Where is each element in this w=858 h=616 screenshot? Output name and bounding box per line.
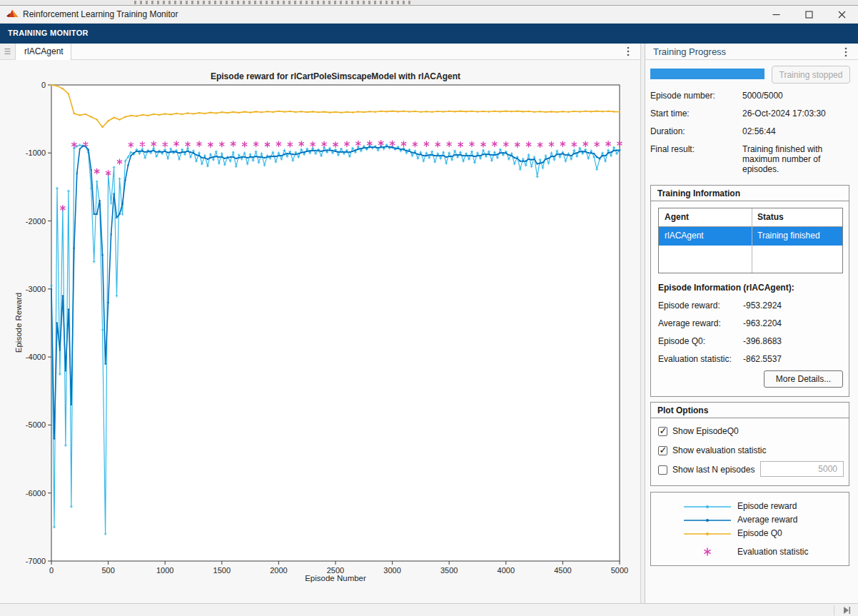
legend-label: Episode Q0: [737, 528, 782, 538]
chart-title: Episode reward for rlCartPoleSimscapeMod…: [51, 71, 620, 81]
field-label: Final result:: [650, 144, 695, 154]
progress-bar: [650, 69, 764, 79]
panel-divider[interactable]: [640, 44, 645, 603]
field-value: 26-Oct-2024 17:03:30: [742, 108, 851, 118]
cell-status: Training finished: [752, 227, 842, 246]
panel-menu-button[interactable]: [839, 45, 852, 59]
training-information-header: Training Information: [651, 186, 849, 201]
toolstrip-tab-training-monitor[interactable]: TRAINING MONITOR: [8, 29, 89, 37]
plot-options-section: Plot Options Show EpisodeQ0 Show evaluat…: [650, 402, 849, 486]
training-stopped-button[interactable]: Training stopped: [772, 66, 850, 84]
y-axis-label: Episode Reward: [14, 251, 26, 394]
field-label: Start time:: [650, 108, 690, 118]
field-value: -963.2204: [743, 318, 782, 328]
episode-q0-line-swatch: [682, 530, 732, 538]
document-tab-menu-button[interactable]: [620, 44, 637, 59]
window-title: Reinforcement Learning Training Monitor: [23, 9, 178, 19]
document-tabbar: rlACAgent: [0, 44, 640, 60]
column-header-agent: Agent: [659, 208, 752, 227]
document-grip-button[interactable]: [0, 44, 16, 59]
field-label: Evaluation statistic:: [658, 354, 732, 364]
table-header-row: Agent Status: [659, 208, 842, 227]
episode-reward-line-swatch: [682, 503, 732, 511]
kebab-menu-icon: [844, 47, 847, 57]
window-titlebar: Reinforcement Learning Training Monitor: [0, 6, 858, 24]
plot-options-header: Plot Options: [651, 403, 849, 418]
table-column-divider: [752, 208, 752, 273]
field-value: -396.8683: [743, 336, 782, 346]
svg-text:-1000: -1000: [26, 148, 46, 157]
checkbox-icon[interactable]: [658, 465, 667, 475]
legend-label: Evaluation statistic: [737, 547, 808, 557]
background-window-sliver: [0, 0, 858, 6]
x-axis-label: Episode Number: [51, 574, 620, 582]
average-reward-line-swatch: [682, 516, 732, 525]
kebab-menu-icon: [627, 46, 630, 56]
expand-panel-icon[interactable]: [842, 606, 852, 615]
legend-box: Episode reward Average reward Evaluation…: [650, 492, 849, 566]
svg-text:-2000: -2000: [26, 217, 46, 226]
toolstrip: TRAINING MONITOR: [0, 24, 858, 44]
checkbox-label: Show evaluation statistic: [672, 445, 766, 455]
close-button[interactable]: [829, 6, 854, 24]
minimize-button[interactable]: [764, 6, 788, 24]
panel-title: Training Progress: [653, 46, 726, 57]
training-plot: 0500100015002000250030003500400045005000…: [0, 60, 640, 592]
matlab-logo-icon: [6, 9, 19, 20]
statusbar-separator: [834, 605, 834, 615]
rl-training-monitor-window: Reinforcement Learning Training Monitor …: [0, 0, 858, 616]
cell-agent: rlACAgent: [659, 227, 752, 246]
legend-item-evaluation-statistic: Evaluation statistic: [651, 547, 849, 558]
svg-text:-3000: -3000: [26, 285, 46, 293]
episode-information-header: Episode Information (rlACAgent):: [658, 283, 794, 293]
close-icon: [838, 11, 846, 19]
column-header-status: Status: [752, 208, 842, 227]
field-value: 02:56:44: [742, 126, 851, 136]
training-progress-panel: Training stopped Episode number: 5000/50…: [645, 60, 858, 603]
maximize-icon: [805, 11, 813, 19]
legend-label: Episode reward: [737, 501, 797, 511]
evaluation-statistic-asterisk-swatch: [702, 547, 712, 557]
legend-label: Average reward: [737, 515, 798, 525]
more-details-button[interactable]: More Details...: [764, 370, 843, 388]
field-label: Episode number:: [650, 91, 715, 101]
grip-icon: [4, 48, 11, 55]
agent-status-table: Agent Status rlACAgent Training finished: [658, 208, 843, 273]
panel-header: Training Progress: [645, 44, 858, 60]
svg-text:0: 0: [41, 81, 46, 89]
last-n-episodes-input[interactable]: 5000: [760, 461, 844, 477]
field-value: -862.5537: [743, 354, 782, 364]
training-information-section: Training Information Agent Status rlACAg…: [650, 185, 849, 397]
legend-item-average-reward: Average reward: [651, 515, 849, 526]
checkbox-label: Show EpisodeQ0: [672, 426, 739, 436]
background-window-text-fragment: [134, 1, 411, 4]
svg-text:-6000: -6000: [26, 489, 46, 498]
maximize-button[interactable]: [797, 6, 821, 24]
field-value: Training finished with maximum number of…: [742, 144, 851, 174]
legend-item-episode-reward: Episode reward: [651, 501, 849, 513]
checkbox-label: Show last N episodes: [672, 465, 754, 475]
checkbox-icon[interactable]: [658, 446, 667, 455]
table-row[interactable]: rlACAgent Training finished: [659, 227, 842, 246]
checkbox-icon[interactable]: [658, 427, 667, 436]
progress-bar-fill: [650, 69, 764, 79]
field-label: Duration:: [650, 126, 685, 136]
tab-rlacagent[interactable]: rlACAgent: [16, 44, 71, 60]
field-label: Episode Q0:: [658, 336, 705, 346]
field-label: Episode reward:: [658, 301, 720, 310]
field-label: Average reward:: [658, 318, 721, 328]
svg-text:-4000: -4000: [26, 353, 46, 361]
field-value: 5000/5000: [742, 91, 851, 101]
svg-text:-5000: -5000: [26, 420, 46, 429]
svg-text:-7000: -7000: [26, 557, 46, 565]
legend-item-episode-q0: Evaluation statistic Episode Q0: [651, 528, 849, 540]
figure-document: 0500100015002000250030003500400045005000…: [0, 60, 640, 603]
minimize-icon: [772, 11, 780, 19]
field-value: -953.2924: [743, 301, 782, 310]
status-bar: [0, 603, 858, 616]
